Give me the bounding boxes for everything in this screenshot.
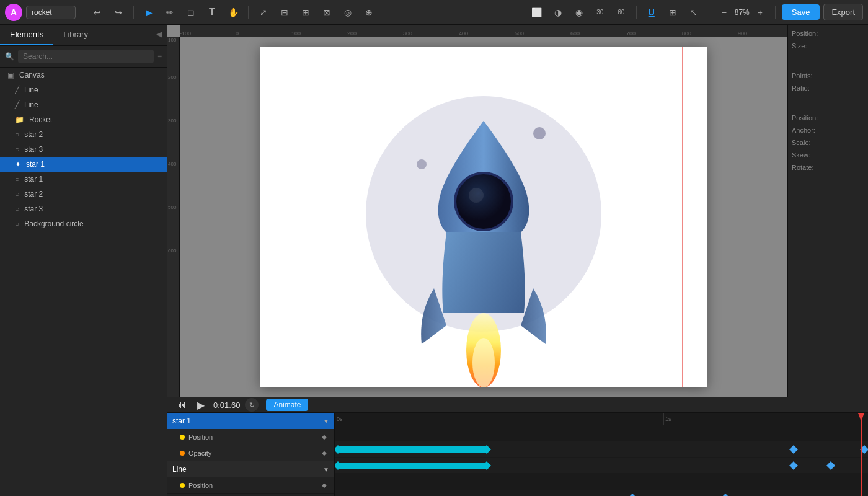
zoom-in-button[interactable]: + <box>751 4 769 21</box>
timeline-animate-button[interactable]: Animate <box>266 399 308 411</box>
tree-item-canvas[interactable]: ▣ Canvas <box>0 68 167 82</box>
filename-input[interactable] <box>26 6 76 19</box>
tree-item-star3b[interactable]: ○ star 3 <box>0 202 167 216</box>
star3-icon: ○ <box>15 145 19 154</box>
timeline-playhead[interactable] <box>861 413 862 496</box>
undo-button[interactable]: ↩ <box>89 4 106 21</box>
timeline-layer-line[interactable]: Line ▼ <box>167 461 334 477</box>
ruler-top: -100 0 100 200 300 400 500 600 700 800 9… <box>180 25 787 37</box>
prop-size-row: Size: <box>792 42 864 50</box>
prop-diamond-opacity[interactable]: ◆ <box>319 448 329 458</box>
tab-elements[interactable]: Elements <box>0 25 53 45</box>
zoom-controls: − 87% + <box>715 4 769 21</box>
pen-tool-button[interactable]: ✏ <box>161 4 179 21</box>
position-bar-1 <box>338 446 487 453</box>
export-button[interactable]: Export <box>823 4 863 20</box>
frame-tool-button[interactable]: ⊞ <box>297 4 314 21</box>
prop-skew-row: Skew: <box>792 151 864 159</box>
line2-label: Line <box>24 100 159 109</box>
bottom-timeline: ⏮ ▶ 0:01.60 ↻ Animate star 1 ▼ <box>167 397 868 496</box>
tree-item-star3[interactable]: ○ star 3 <box>0 142 167 157</box>
prop-line-position-label: Position <box>188 482 316 489</box>
prop-position2-row: Position: <box>792 114 864 122</box>
tree-item-star1-selected[interactable]: ✦ star 1 <box>0 157 167 172</box>
timeline-labels: star 1 ▼ Position ◆ Opacity ◆ <box>167 413 335 496</box>
crop-tool-button[interactable]: ⊠ <box>318 4 335 21</box>
timeline-prop-star1-opacity: Opacity ◆ <box>167 445 334 461</box>
tree-item-bg-circle[interactable]: ○ Background circle <box>0 216 167 231</box>
preview-button[interactable]: ⬜ <box>528 4 546 21</box>
transform-tool-button[interactable]: ⤢ <box>255 4 272 21</box>
bg-circle-label: Background circle <box>24 219 159 228</box>
panel-collapse-button[interactable]: ◀ <box>151 25 167 45</box>
text-tool-button[interactable]: T <box>203 4 221 21</box>
timer30-button[interactable]: 30 <box>591 4 609 21</box>
tree-item-line1[interactable]: ╱ Line <box>0 82 167 97</box>
tree-item-rocket[interactable]: 📁 Rocket <box>0 112 167 127</box>
line1-icon: ╱ <box>15 86 19 94</box>
line1-label: Line <box>24 86 159 94</box>
color-button[interactable]: ◉ <box>570 4 588 21</box>
grid-button[interactable]: ⊞ <box>664 4 681 21</box>
keyframe-line-pos-1[interactable] <box>628 494 637 496</box>
redo-button[interactable]: ↪ <box>110 4 127 21</box>
prop-diamond-line-position[interactable]: ◆ <box>319 480 329 490</box>
track-row-star1-position <box>335 441 868 458</box>
mirror-button[interactable]: ◑ <box>549 4 567 21</box>
tree-item-star1b[interactable]: ○ star 1 <box>0 172 167 187</box>
tab-library[interactable]: Library <box>53 25 98 45</box>
size-label: Size: <box>792 42 807 50</box>
zoom-out-button[interactable]: − <box>715 4 733 21</box>
timeline-time-header: 0s 1s 2s <box>335 413 868 425</box>
search-input[interactable] <box>18 50 154 63</box>
timeline-loop-button[interactable]: ↻ <box>245 398 259 412</box>
hand-tool-button[interactable]: ✋ <box>224 4 242 21</box>
layer-line-expand[interactable]: ▼ <box>323 466 329 473</box>
prop-diamond-position[interactable]: ◆ <box>319 432 329 442</box>
ratio-label: Ratio: <box>792 84 810 92</box>
track-row-star1-header <box>335 425 868 441</box>
tree-item-star2b[interactable]: ○ star 2 <box>0 187 167 202</box>
boolean-tool-button[interactable]: ⊕ <box>360 4 378 21</box>
timeline-back-button[interactable]: ⏮ <box>174 397 188 412</box>
prop-ratio-row: Ratio: <box>792 84 864 92</box>
toolbar-right: ⬜ ◑ ◉ 30 60 U ⊞ ⤡ − 87% + Save Export <box>528 4 863 21</box>
canvas-container[interactable]: ✛ <box>180 37 787 397</box>
tree-item-star2[interactable]: ○ star 2 <box>0 127 167 142</box>
right-panel: Position: Size: Points: Ratio: Position:… <box>787 25 868 397</box>
timeline-prop-line-opacity: Opacity ◆ <box>167 494 334 496</box>
tree-item-line2[interactable]: ╱ Line <box>0 97 167 112</box>
timeline-prop-star1-position: Position ◆ <box>167 429 334 445</box>
search-bar: 🔍 ≡ <box>0 46 167 68</box>
keyframe-pos-3[interactable] <box>789 445 798 454</box>
keyframe-line-pos-2[interactable] <box>721 494 730 496</box>
resize-button[interactable]: ⤡ <box>685 4 702 21</box>
prop-scale-row: Scale: <box>792 139 864 146</box>
scale-label: Scale: <box>792 139 811 146</box>
timer60-button[interactable]: 60 <box>613 4 630 21</box>
zoom-level: 87% <box>735 8 750 17</box>
rotate-label: Rotate: <box>792 164 813 171</box>
sort-icon[interactable]: ≡ <box>157 52 162 61</box>
keyframe-op-4[interactable] <box>826 461 835 470</box>
position-label: Position: <box>792 30 818 37</box>
star2b-label: star 2 <box>24 190 159 198</box>
timeline-layer-star1[interactable]: star 1 ▼ <box>167 413 334 429</box>
prop-anchor-row: Anchor: <box>792 126 864 134</box>
prop-points-row: Points: <box>792 72 864 79</box>
save-button[interactable]: Save <box>782 4 820 20</box>
star3b-label: star 3 <box>24 205 159 213</box>
prop-dot-opacity <box>180 451 185 456</box>
panel-tabs: Elements Library ◀ <box>0 25 167 46</box>
star1b-icon: ○ <box>15 175 19 184</box>
underline-button[interactable]: U <box>643 4 660 21</box>
mask-tool-button[interactable]: ◎ <box>339 4 356 21</box>
keyframe-op-3[interactable] <box>789 461 798 470</box>
star1b-label: star 1 <box>24 175 159 184</box>
align-tool-button[interactable]: ⊟ <box>276 4 293 21</box>
timeline-play-button[interactable]: ▶ <box>193 397 208 412</box>
select-tool-button[interactable]: ▶ <box>140 4 157 21</box>
layer-star1-expand[interactable]: ▼ <box>323 418 329 425</box>
star2b-icon: ○ <box>15 190 19 198</box>
shape-tool-button[interactable]: ◻ <box>182 4 200 21</box>
